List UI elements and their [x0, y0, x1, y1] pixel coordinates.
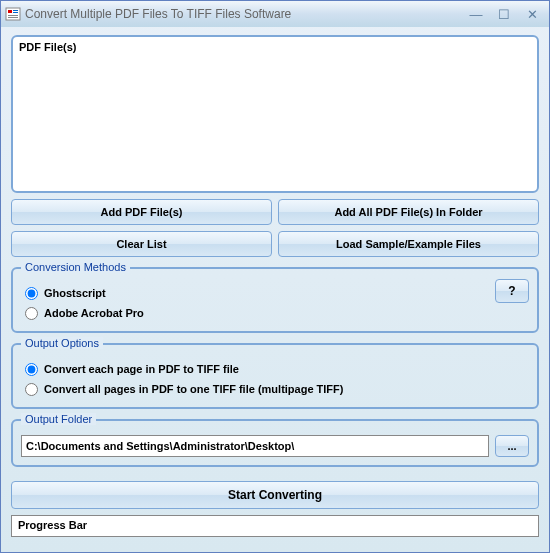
window-controls: — ☐ ✕ [463, 5, 545, 23]
pdf-file-list-label: PDF File(s) [19, 41, 531, 53]
svg-rect-3 [13, 12, 18, 13]
all-pages-radio[interactable] [25, 383, 38, 396]
svg-rect-4 [8, 15, 18, 16]
add-all-pdf-folder-button[interactable]: Add All PDF File(s) In Folder [278, 199, 539, 225]
acrobat-label: Adobe Acrobat Pro [44, 307, 144, 319]
output-options-group: Output Options Convert each page in PDF … [11, 343, 539, 409]
acrobat-radio[interactable] [25, 307, 38, 320]
close-button[interactable]: ✕ [519, 5, 545, 23]
button-row-1: Add PDF File(s) Add All PDF File(s) In F… [11, 199, 539, 225]
svg-rect-1 [8, 10, 12, 13]
app-icon [5, 6, 21, 22]
ghostscript-label: Ghostscript [44, 287, 106, 299]
each-page-label: Convert each page in PDF to TIFF file [44, 363, 239, 375]
client-area: PDF File(s) Add PDF File(s) Add All PDF … [1, 27, 549, 552]
clear-list-button[interactable]: Clear List [11, 231, 272, 257]
svg-rect-0 [6, 8, 20, 20]
pdf-file-list[interactable]: PDF File(s) [11, 35, 539, 193]
svg-rect-5 [8, 17, 18, 18]
output-folder-input[interactable] [21, 435, 489, 457]
conversion-methods-group: Conversion Methods ? Ghostscript Adobe A… [11, 267, 539, 333]
output-options-title: Output Options [21, 337, 103, 349]
button-row-2: Clear List Load Sample/Example Files [11, 231, 539, 257]
conversion-methods-title: Conversion Methods [21, 261, 130, 273]
maximize-button[interactable]: ☐ [491, 5, 517, 23]
add-pdf-files-button[interactable]: Add PDF File(s) [11, 199, 272, 225]
titlebar: Convert Multiple PDF Files To TIFF Files… [1, 1, 549, 27]
window-title: Convert Multiple PDF Files To TIFF Files… [25, 7, 463, 21]
svg-rect-2 [13, 10, 18, 11]
output-folder-group: Output Folder ... [11, 419, 539, 467]
progress-bar: Progress Bar [11, 515, 539, 537]
ghostscript-radio[interactable] [25, 287, 38, 300]
browse-folder-button[interactable]: ... [495, 435, 529, 457]
all-pages-label: Convert all pages in PDF to one TIFF fil… [44, 383, 343, 395]
minimize-button[interactable]: — [463, 5, 489, 23]
help-button[interactable]: ? [495, 279, 529, 303]
load-sample-button[interactable]: Load Sample/Example Files [278, 231, 539, 257]
progress-bar-label: Progress Bar [18, 519, 87, 531]
start-converting-button[interactable]: Start Converting [11, 481, 539, 509]
each-page-radio[interactable] [25, 363, 38, 376]
output-folder-title: Output Folder [21, 413, 96, 425]
app-window: Convert Multiple PDF Files To TIFF Files… [0, 0, 550, 553]
